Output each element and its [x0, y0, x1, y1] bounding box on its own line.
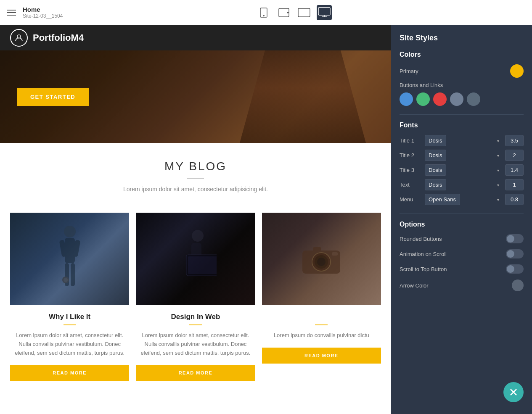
svg-point-9 [64, 226, 76, 237]
divider-1 [400, 114, 524, 115]
site-name: Site-12-03__1504 [23, 13, 63, 19]
font-size-text[interactable] [505, 179, 524, 190]
blog-card-2: Design In Web Lorem ipsum dolor sit amet… [132, 213, 258, 381]
arrow-color-circle[interactable] [512, 280, 524, 291]
buttons-label: Buttons and Links [400, 82, 443, 88]
font-row-title1: Title 1 Dosis [400, 135, 524, 146]
font-select-title1[interactable]: Dosis [425, 135, 446, 146]
page-name: Home [23, 6, 63, 13]
font-row-title3: Title 3 Dosis [400, 164, 524, 176]
get-started-button[interactable]: GET STARTED [17, 88, 89, 106]
blog-card-1-title: Why I Like It [10, 313, 129, 321]
btn-color-gray[interactable] [450, 92, 463, 106]
logo-text: PortfolioM4 [33, 32, 84, 43]
svg-rect-25 [313, 247, 321, 252]
font-size-title2[interactable] [505, 150, 524, 161]
colors-heading: Colors [400, 51, 524, 58]
svg-point-24 [317, 258, 326, 266]
option-arrow-color: Arrow Color [400, 280, 524, 291]
device-desktop[interactable] [317, 5, 332, 20]
primary-label: Primary [400, 68, 418, 74]
blog-card-1-image [10, 213, 129, 305]
device-tablet[interactable] [276, 5, 291, 20]
font-size-title3[interactable] [505, 164, 524, 176]
logo-icon [10, 29, 28, 47]
option-rounded-buttons: Rounded Buttons [400, 234, 524, 243]
button-color-circles [400, 92, 524, 106]
font-select-title2[interactable]: Dosis [425, 150, 446, 161]
options-section: Options Rounded Buttons Animation on Scr… [400, 221, 524, 291]
main-area: PortfolioM4 GET STARTED MY BLOG Lorem ip… [0, 25, 532, 414]
svg-rect-10 [65, 238, 75, 263]
btn-color-green[interactable] [416, 92, 430, 106]
device-icons [256, 5, 332, 20]
font-row-title2: Title 2 Dosis [400, 150, 524, 161]
blog-grid: Why I Like It Lorem ipsum dolor sit amet… [0, 213, 391, 381]
font-row-menu: Menu Open Sans [400, 194, 524, 205]
option-scroll-top: Scroll to Top Button [400, 264, 524, 274]
font-size-title1[interactable] [505, 135, 524, 146]
device-mobile[interactable] [256, 5, 271, 20]
font-select-title3[interactable]: Dosis [425, 164, 446, 176]
site-header: PortfolioM4 [0, 25, 391, 50]
font-label-menu: Menu [400, 196, 421, 203]
blog-card-2-btn[interactable]: READ MORE [136, 365, 255, 381]
btn-color-red[interactable] [433, 92, 447, 106]
btn-color-dark[interactable] [467, 92, 480, 106]
close-icon [510, 388, 517, 396]
font-label-title3: Title 3 [400, 167, 421, 173]
font-row-text: Text Dosis [400, 179, 524, 190]
primary-color-row: Primary [400, 64, 524, 78]
fonts-section: Fonts Title 1 Dosis Title 2 Dosis [400, 121, 524, 205]
hero-section: GET STARTED [0, 50, 391, 143]
svg-rect-14 [71, 263, 75, 286]
svg-point-1 [263, 15, 264, 16]
rounded-buttons-label: Rounded Buttons [400, 236, 442, 242]
svg-rect-4 [298, 8, 310, 17]
blog-card-3: placeholder Lorem ipsum do convallis pul… [259, 213, 384, 381]
font-label-title2: Title 2 [400, 152, 421, 158]
font-select-wrapper-menu: Open Sans [425, 194, 502, 205]
colors-section: Colors Primary Buttons and Links [400, 51, 524, 106]
blog-card-3-text: Lorem ipsum do convallis pulvinar dictu [262, 331, 381, 340]
blog-card-1-text: Lorem ipsum dolor sit amet, consectetur … [10, 331, 129, 357]
font-label-text: Text [400, 182, 421, 188]
font-select-wrapper-title1: Dosis [425, 135, 502, 146]
svg-point-16 [64, 278, 68, 282]
font-select-text[interactable]: Dosis [425, 179, 446, 190]
rounded-buttons-toggle[interactable] [506, 234, 524, 243]
blog-card-3-image [262, 213, 381, 305]
hamburger-menu[interactable] [7, 10, 16, 16]
blog-card-1-btn[interactable]: READ MORE [10, 365, 129, 381]
font-select-wrapper-title2: Dosis [425, 150, 502, 161]
svg-rect-5 [318, 8, 330, 15]
scroll-top-toggle[interactable] [506, 264, 524, 274]
svg-point-17 [192, 230, 204, 242]
arrow-color-label: Arrow Color [400, 282, 429, 289]
fonts-heading: Fonts [400, 121, 524, 129]
right-panel: Site Styles Colors Primary Buttons and L… [391, 25, 532, 414]
blog-card-3-btn[interactable]: READ MORE [262, 348, 381, 364]
panel-title: Site Styles [400, 34, 524, 42]
font-select-wrapper-text: Dosis [425, 179, 502, 190]
svg-rect-20 [188, 256, 217, 274]
blog-card-2-image [136, 213, 255, 305]
font-select-menu[interactable]: Open Sans [425, 194, 460, 205]
blog-card-1: Why I Like It Lorem ipsum dolor sit amet… [7, 213, 132, 381]
blog-card-3-divider [315, 324, 328, 325]
blog-subtitle: Lorem ipsum dolor sit amet, consectetur … [10, 186, 381, 192]
blog-card-2-title: Design In Web [136, 313, 255, 321]
divider-2 [400, 214, 524, 214]
font-size-menu[interactable] [505, 194, 524, 205]
fab-button[interactable] [503, 382, 524, 402]
animation-scroll-label: Animation on Scroll [400, 251, 447, 257]
scroll-top-label: Scroll to Top Button [400, 266, 447, 272]
animation-scroll-toggle[interactable] [506, 249, 524, 258]
blog-section: MY BLOG Lorem ipsum dolor sit amet, cons… [0, 143, 391, 213]
canvas: PortfolioM4 GET STARTED MY BLOG Lorem ip… [0, 25, 391, 414]
primary-color-circle[interactable] [510, 64, 524, 78]
device-tablet-wide[interactable] [296, 5, 312, 20]
options-heading: Options [400, 221, 524, 228]
btn-color-blue[interactable] [400, 92, 413, 106]
top-bar: Home Site-12-03__1504 [0, 0, 532, 25]
